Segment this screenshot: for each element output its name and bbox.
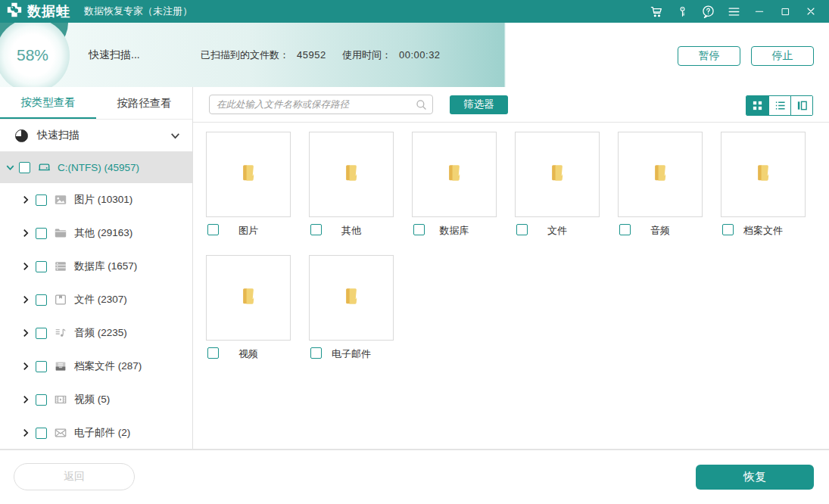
folder-checkbox[interactable]	[619, 224, 631, 235]
mail-icon	[54, 426, 67, 440]
folder-checkbox[interactable]	[310, 224, 322, 235]
tree-item-label: 电子邮件 (2)	[74, 426, 130, 440]
folder-card[interactable]	[721, 132, 806, 217]
folder-icon	[339, 284, 364, 312]
tree-item-archive[interactable]: 档案文件 (287)	[0, 350, 192, 383]
tab-view-by-path[interactable]: 按路径查看	[96, 87, 192, 119]
minimize-icon[interactable]	[749, 2, 770, 21]
chevron-right-icon[interactable]	[20, 261, 31, 272]
sidebar: 按类型查看 按路径查看 快速扫描 C:(NTFS) (45957) 图片 (1	[0, 87, 193, 449]
folder-meta: 音频	[618, 224, 703, 237]
app-logo: 数据蛙	[6, 2, 70, 21]
app-name: 数据蛙	[27, 2, 70, 20]
tree-item-checkbox[interactable]	[36, 194, 47, 206]
main-toolbar: 筛选器	[193, 87, 829, 123]
maximize-icon[interactable]	[774, 2, 796, 21]
column-view-button[interactable]	[790, 96, 812, 115]
folder-icon	[751, 160, 776, 188]
recover-button[interactable]: 恢复	[696, 465, 814, 490]
tab-view-by-type[interactable]: 按类型查看	[0, 87, 96, 119]
folder-cell: 音频	[618, 132, 703, 237]
footer-bar: 返回 恢复	[0, 449, 829, 504]
scan-mode-selector[interactable]: 快速扫描	[0, 120, 192, 151]
folder-cell: 数据库	[412, 132, 497, 237]
folder-checkbox[interactable]	[722, 224, 734, 235]
chevron-down-icon[interactable]	[169, 129, 182, 142]
archive-icon	[54, 359, 67, 373]
elapsed-time-label: 使用时间：	[342, 49, 391, 61]
stop-button[interactable]: 停止	[751, 46, 814, 66]
folder-checkbox[interactable]	[207, 347, 219, 359]
folder-meta: 图片	[206, 224, 291, 237]
cart-icon[interactable]	[646, 2, 667, 21]
folder-checkbox[interactable]	[516, 224, 528, 235]
scan-progress-bar: 58% 快速扫描... 已扫描到的文件数：45952 使用时间：00:00:32…	[0, 23, 829, 87]
chevron-right-icon[interactable]	[20, 194, 31, 205]
tree-item-checkbox[interactable]	[36, 294, 47, 306]
tree-item-checkbox[interactable]	[36, 361, 47, 372]
folder-card[interactable]	[206, 132, 291, 217]
scanned-files-stat: 已扫描到的文件数：45952	[201, 48, 326, 62]
tree-item-checkbox[interactable]	[36, 228, 47, 239]
tree-item-music[interactable]: 音频 (2235)	[0, 316, 192, 350]
help-icon[interactable]	[697, 2, 718, 21]
folder-meta: 电子邮件	[309, 347, 394, 360]
folder-card[interactable]	[515, 132, 600, 217]
folder-icon	[339, 160, 364, 188]
scan-status-text: 快速扫描...	[89, 48, 140, 62]
tree-root-drive-c[interactable]: C:(NTFS) (45957)	[0, 151, 192, 183]
chevron-right-icon[interactable]	[20, 328, 31, 338]
search-icon[interactable]	[415, 98, 428, 114]
folder-meta: 其他	[309, 224, 394, 237]
close-icon[interactable]	[800, 2, 821, 21]
elapsed-time-value: 00:00:32	[399, 49, 441, 61]
search-box	[209, 95, 433, 114]
chevron-right-icon[interactable]	[20, 394, 31, 405]
tree-item-mail[interactable]: 电子邮件 (2)	[0, 416, 192, 450]
document-icon	[54, 293, 67, 306]
tree-item-label: 数据库 (1657)	[74, 260, 137, 273]
folder-icon	[442, 160, 467, 188]
folder-card[interactable]	[206, 255, 291, 341]
tree-item-document[interactable]: 文件 (2307)	[0, 283, 192, 316]
grid-view-button[interactable]	[746, 96, 768, 115]
tree-item-video[interactable]: 视频 (5)	[0, 383, 192, 416]
content-area: 按类型查看 按路径查看 快速扫描 C:(NTFS) (45957) 图片 (1	[0, 87, 829, 449]
key-icon[interactable]	[672, 2, 693, 21]
tree-item-database[interactable]: 数据库 (1657)	[0, 250, 192, 283]
sidebar-tree: 图片 (10301)其他 (29163)数据库 (1657)文件 (2307)音…	[0, 183, 192, 450]
tree-item-image[interactable]: 图片 (10301)	[0, 183, 192, 216]
folder-meta: 视频	[206, 347, 291, 360]
folder-checkbox[interactable]	[413, 224, 425, 235]
folder-card[interactable]	[412, 132, 497, 217]
chevron-right-icon[interactable]	[20, 294, 31, 305]
tree-item-folder[interactable]: 其他 (29163)	[0, 216, 192, 250]
chevron-right-icon[interactable]	[20, 228, 31, 238]
chevron-down-icon[interactable]	[5, 162, 16, 173]
pause-button[interactable]: 暂停	[678, 46, 740, 66]
menu-icon[interactable]	[723, 2, 744, 21]
tree-item-checkbox[interactable]	[36, 428, 47, 439]
tree-item-checkbox[interactable]	[36, 328, 47, 339]
filter-button[interactable]: 筛选器	[450, 95, 508, 114]
folder-card[interactable]	[309, 255, 394, 341]
search-input[interactable]	[209, 95, 433, 114]
folder-cell: 视频	[206, 255, 291, 360]
tree-item-label: 视频 (5)	[74, 393, 110, 406]
folder-checkbox[interactable]	[207, 224, 219, 235]
folder-card[interactable]	[618, 132, 703, 217]
folder-cell: 档案文件	[721, 132, 806, 237]
drive-checkbox[interactable]	[19, 162, 30, 173]
back-button[interactable]: 返回	[14, 463, 135, 490]
tree-item-checkbox[interactable]	[36, 261, 47, 272]
folder-card[interactable]	[309, 132, 394, 217]
chevron-right-icon[interactable]	[20, 428, 31, 438]
progress-circle: 58%	[0, 23, 70, 87]
folder-checkbox[interactable]	[310, 347, 322, 359]
tree-item-checkbox[interactable]	[36, 394, 47, 406]
list-view-button[interactable]	[768, 96, 790, 115]
scanned-files-label: 已扫描到的文件数：	[201, 49, 289, 61]
tree-item-label: 音频 (2235)	[74, 326, 127, 340]
chevron-right-icon[interactable]	[20, 361, 31, 372]
scan-mode-label: 快速扫描	[37, 129, 79, 142]
